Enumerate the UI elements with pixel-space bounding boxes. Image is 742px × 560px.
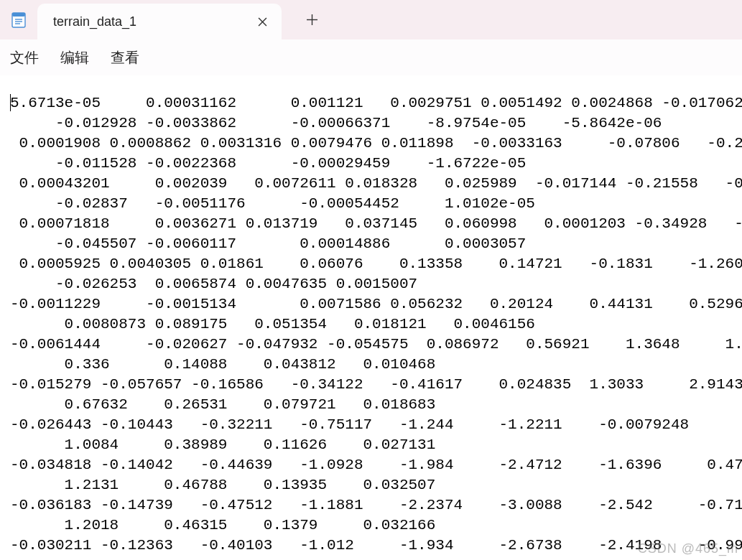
menu-view[interactable]: 查看 — [111, 48, 139, 67]
watermark: CSDN @465_m — [638, 541, 738, 556]
menu-file[interactable]: 文件 — [10, 48, 39, 67]
titlebar: terrain_data_1 — [0, 0, 742, 39]
tab-title: terrain_data_1 — [53, 14, 247, 29]
tab-active[interactable]: terrain_data_1 — [37, 4, 282, 39]
text-content[interactable]: 5.6713e-05 0.00031162 0.001121 0.0029751… — [0, 75, 742, 556]
menubar: 文件 编辑 查看 — [0, 39, 742, 75]
notepad-app-icon — [9, 10, 29, 30]
close-icon[interactable] — [256, 15, 269, 28]
svg-rect-1 — [12, 13, 25, 17]
menu-edit[interactable]: 编辑 — [60, 48, 89, 67]
new-tab-button[interactable] — [295, 14, 329, 25]
